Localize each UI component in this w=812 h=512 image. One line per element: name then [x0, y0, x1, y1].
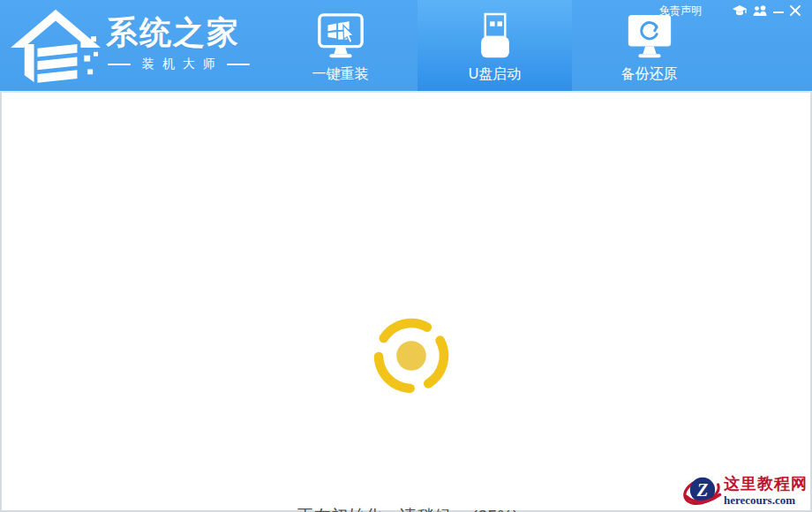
- window-controls: 免责声明: [659, 4, 801, 18]
- loading-spinner-icon: [369, 313, 454, 398]
- logo-title: 系统之家: [106, 15, 250, 50]
- minimize-icon: [773, 11, 784, 13]
- logo-subtitle-row: 装机大师: [108, 56, 250, 72]
- tab-label: 备份还原: [621, 66, 678, 82]
- disclaimer-link[interactable]: 免责声明: [659, 4, 702, 19]
- site-watermark: Z 这里教程网 herecours.com: [680, 471, 810, 510]
- logo-subtitle: 装机大师: [142, 56, 223, 72]
- watermark-site-name: 这里教程网: [724, 475, 808, 493]
- watermark-text: 这里教程网 herecours.com: [724, 475, 808, 507]
- usb-drive-icon: [473, 9, 517, 62]
- svg-text:Z: Z: [696, 480, 709, 500]
- close-icon: [790, 5, 801, 16]
- z-monogram-icon: Z: [681, 471, 722, 510]
- close-button[interactable]: [790, 4, 801, 17]
- subtitle-dash-right: [227, 64, 250, 65]
- watermark-domain: herecours.com: [724, 493, 808, 507]
- graduation-cap-icon[interactable]: [733, 4, 747, 17]
- minimize-button[interactable]: [773, 4, 784, 17]
- header-bar: 系统之家 装机大师: [0, 0, 812, 91]
- tab-one-key-reinstall[interactable]: 一键重装: [263, 0, 417, 91]
- main-panel: 正在初始化，请稍候... (25%): [0, 91, 812, 512]
- app-logo: 系统之家 装机大师: [11, 4, 250, 86]
- users-icon[interactable]: [753, 4, 767, 17]
- tab-usb-boot[interactable]: U盘启动: [417, 0, 572, 91]
- subtitle-dash-left: [108, 64, 131, 65]
- tab-label: U盘启动: [469, 66, 522, 82]
- monitor-windows-icon: [315, 9, 366, 62]
- tab-label: 一键重装: [312, 66, 369, 82]
- logo-text: 系统之家 装机大师: [106, 15, 250, 72]
- house-logo-icon: [11, 4, 101, 86]
- app-window: 系统之家 装机大师: [0, 0, 812, 512]
